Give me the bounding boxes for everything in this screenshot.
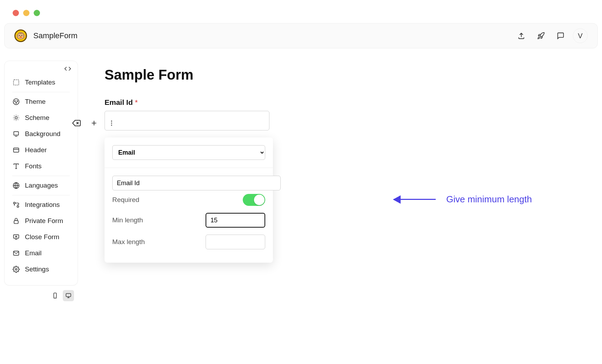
- globe-icon: [12, 182, 20, 189]
- field-label: Email Id *: [105, 98, 598, 107]
- sidebar-item-label: Email: [25, 249, 42, 257]
- svg-rect-16: [14, 148, 19, 152]
- svg-line-9: [18, 120, 18, 120]
- topbar-left: SampleForm: [14, 29, 78, 42]
- svg-point-22: [14, 202, 15, 204]
- field-settings-popover: Email Required Min length Max length: [105, 137, 273, 263]
- delete-field-button[interactable]: [71, 117, 82, 129]
- palette-icon: [12, 98, 20, 105]
- min-length-label: Min length: [112, 216, 143, 224]
- desktop-icon: [65, 292, 72, 299]
- required-label: Required: [112, 196, 139, 204]
- sidebar-item-integrations[interactable]: Integrations: [5, 197, 78, 213]
- device-preview-toggle: [47, 284, 77, 301]
- sidebar-item-label: Languages: [25, 182, 58, 189]
- svg-point-42: [111, 124, 112, 126]
- sidebar-item-private-form[interactable]: Private Form: [5, 213, 78, 229]
- main-area: Sample Form Email Id * Email Required: [92, 61, 598, 263]
- arrow-left-icon: [394, 199, 436, 200]
- upload-icon: [517, 32, 525, 40]
- sidebar-divider: [12, 195, 70, 195]
- form-title: Sample Form: [92, 67, 598, 83]
- publish-button[interactable]: [534, 28, 548, 43]
- svg-line-13: [18, 116, 18, 116]
- svg-rect-14: [14, 132, 18, 135]
- field-more-button[interactable]: [106, 117, 117, 129]
- svg-point-23: [17, 206, 19, 208]
- background-icon: [12, 130, 20, 137]
- sidebar-item-background[interactable]: Background: [5, 126, 78, 142]
- sidebar-item-label: Templates: [25, 79, 55, 86]
- header-icon: [12, 147, 20, 154]
- sidebar-item-label: Background: [25, 130, 60, 138]
- field-name-row: [112, 176, 281, 190]
- svg-point-5: [15, 117, 18, 119]
- max-length-label: Max length: [112, 238, 145, 246]
- sidebar-item-fonts[interactable]: Fonts: [5, 158, 78, 174]
- required-toggle[interactable]: [243, 194, 265, 206]
- email-field-input[interactable]: [105, 111, 269, 130]
- svg-point-2: [14, 101, 15, 102]
- sidebar-item-header[interactable]: Header: [5, 142, 78, 158]
- backspace-icon: [72, 119, 81, 127]
- annotation-text: Give minimum length: [446, 194, 532, 205]
- lock-icon: [12, 217, 20, 224]
- user-avatar[interactable]: V: [573, 28, 588, 43]
- field-type-select[interactable]: Email: [112, 145, 265, 160]
- app-logo: [14, 29, 27, 42]
- sidebar-item-label: Private Form: [25, 217, 63, 225]
- minimize-window-button[interactable]: [23, 10, 29, 16]
- mobile-preview-button[interactable]: [49, 290, 61, 301]
- workspace: Templates Theme Scheme Background Header: [0, 48, 602, 285]
- sidebar-item-email[interactable]: Email: [5, 245, 78, 261]
- max-length-input[interactable]: [206, 235, 265, 249]
- max-length-row: Max length: [105, 231, 273, 253]
- min-length-input[interactable]: [206, 213, 265, 228]
- sidebar-item-templates[interactable]: Templates: [5, 74, 78, 90]
- code-icon: [64, 65, 71, 72]
- templates-icon: [12, 79, 20, 86]
- topbar-right: V: [514, 28, 588, 43]
- sidebar-item-languages[interactable]: Languages: [5, 177, 78, 194]
- sidebar-divider: [12, 176, 70, 176]
- desktop-preview-button[interactable]: [63, 290, 74, 301]
- close-display-icon: [12, 234, 20, 241]
- field-name-input[interactable]: [112, 176, 281, 190]
- window-controls: [0, 0, 602, 23]
- sidebar-item-settings[interactable]: Settings: [5, 261, 78, 277]
- code-view-button[interactable]: [64, 65, 71, 72]
- required-row: Required: [105, 190, 273, 209]
- svg-point-40: [111, 121, 112, 122]
- required-indicator: *: [135, 98, 138, 106]
- upload-button[interactable]: [514, 28, 529, 43]
- comments-button[interactable]: [553, 28, 568, 43]
- close-window-button[interactable]: [13, 10, 19, 16]
- field-group: Email Id *: [92, 98, 598, 130]
- sidebar-item-close-form[interactable]: Close Form: [5, 229, 78, 245]
- sidebar-item-label: Header: [25, 146, 47, 154]
- add-field-button[interactable]: [88, 117, 100, 129]
- integrations-icon: [12, 201, 20, 208]
- sidebar-item-theme[interactable]: Theme: [5, 94, 78, 110]
- field-type-select-wrapper: Email: [112, 145, 265, 160]
- field-row-controls: [71, 117, 117, 129]
- form-name: SampleForm: [33, 31, 78, 40]
- popover-divider: [105, 168, 273, 168]
- min-length-row: Min length: [105, 209, 273, 231]
- sidebar-item-label: Close Form: [25, 233, 59, 241]
- toggle-knob: [254, 195, 265, 205]
- maximize-window-button[interactable]: [34, 10, 40, 16]
- mail-icon: [12, 250, 20, 257]
- svg-rect-33: [66, 294, 71, 297]
- svg-point-41: [111, 123, 112, 124]
- sidebar-item-label: Fonts: [25, 162, 42, 170]
- sidebar-item-scheme[interactable]: Scheme: [5, 110, 78, 126]
- sidebar-item-label: Settings: [25, 265, 49, 273]
- svg-point-1: [13, 99, 19, 105]
- svg-point-30: [15, 269, 17, 270]
- svg-rect-24: [14, 221, 18, 223]
- svg-line-8: [14, 116, 14, 116]
- chat-icon: [557, 32, 564, 40]
- gear-icon: [12, 266, 20, 273]
- rocket-icon: [537, 32, 545, 40]
